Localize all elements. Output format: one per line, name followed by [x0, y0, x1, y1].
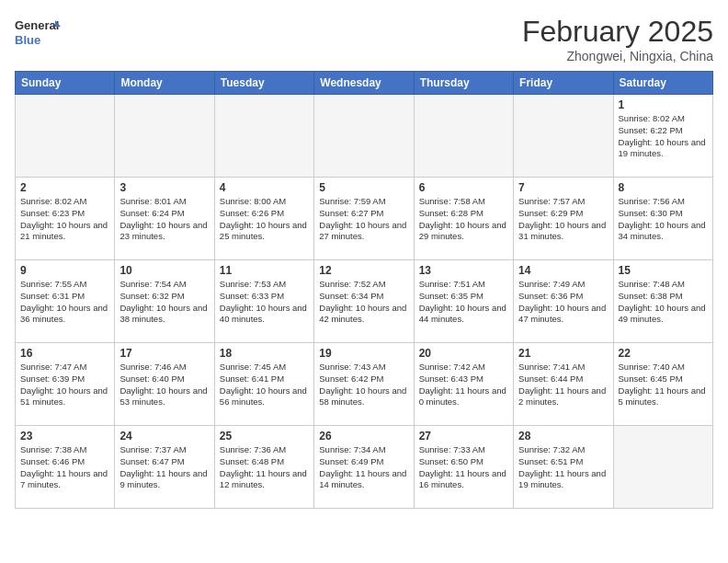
day-number: 7 [518, 181, 608, 194]
calendar-day-cell: 17Sunrise: 7:46 AM Sunset: 6:40 PM Dayli… [115, 343, 214, 426]
day-number: 26 [319, 430, 408, 442]
day-info: Sunrise: 7:55 AM Sunset: 6:31 PM Dayligh… [20, 279, 109, 326]
day-info: Sunrise: 7:57 AM Sunset: 6:29 PM Dayligh… [518, 196, 608, 243]
title-block: February 2025 Zhongwei, Ningxia, China [522, 15, 713, 63]
calendar-day-cell: 27Sunrise: 7:33 AM Sunset: 6:50 PM Dayli… [414, 426, 513, 509]
day-info: Sunrise: 7:53 AM Sunset: 6:33 PM Dayligh… [220, 279, 309, 326]
calendar-day-cell: 13Sunrise: 7:51 AM Sunset: 6:35 PM Dayli… [414, 260, 513, 343]
calendar-day-cell: 24Sunrise: 7:37 AM Sunset: 6:47 PM Dayli… [115, 426, 214, 509]
day-number: 4 [220, 181, 309, 194]
calendar-day-cell: 14Sunrise: 7:49 AM Sunset: 6:36 PM Dayli… [514, 260, 613, 343]
calendar-day-cell: 4Sunrise: 8:00 AM Sunset: 6:26 PM Daylig… [214, 178, 313, 260]
day-info: Sunrise: 7:49 AM Sunset: 6:36 PM Dayligh… [518, 279, 608, 326]
calendar-week-row: 16Sunrise: 7:47 AM Sunset: 6:39 PM Dayli… [16, 343, 713, 426]
day-info: Sunrise: 7:54 AM Sunset: 6:32 PM Dayligh… [119, 279, 209, 326]
day-number: 8 [619, 181, 708, 194]
day-info: Sunrise: 7:34 AM Sunset: 6:49 PM Dayligh… [319, 444, 408, 491]
day-info: Sunrise: 7:48 AM Sunset: 6:38 PM Dayligh… [619, 279, 708, 326]
weekday-header: Wednesday [314, 72, 414, 95]
day-info: Sunrise: 8:02 AM Sunset: 6:22 PM Dayligh… [619, 113, 708, 160]
day-info: Sunrise: 7:32 AM Sunset: 6:51 PM Dayligh… [518, 444, 608, 491]
calendar-day-cell: 5Sunrise: 7:59 AM Sunset: 6:27 PM Daylig… [314, 178, 414, 260]
day-number: 12 [319, 264, 408, 277]
day-number: 10 [119, 264, 209, 277]
day-number: 16 [20, 347, 109, 360]
calendar-day-cell [16, 95, 115, 178]
day-info: Sunrise: 7:52 AM Sunset: 6:34 PM Dayligh… [319, 279, 408, 326]
day-info: Sunrise: 8:02 AM Sunset: 6:23 PM Dayligh… [20, 196, 109, 243]
day-number: 2 [20, 181, 109, 194]
day-number: 22 [619, 347, 708, 360]
calendar-day-cell [514, 95, 613, 178]
calendar-day-cell: 21Sunrise: 7:41 AM Sunset: 6:44 PM Dayli… [514, 343, 613, 426]
day-number: 25 [220, 430, 309, 442]
weekday-header: Monday [115, 72, 214, 95]
calendar-day-cell: 20Sunrise: 7:42 AM Sunset: 6:43 PM Dayli… [414, 343, 513, 426]
calendar-day-cell [314, 95, 414, 178]
calendar-day-cell [214, 95, 313, 178]
calendar-day-cell: 9Sunrise: 7:55 AM Sunset: 6:31 PM Daylig… [16, 260, 115, 343]
day-number: 24 [119, 430, 209, 442]
day-number: 27 [419, 430, 508, 442]
day-info: Sunrise: 7:46 AM Sunset: 6:40 PM Dayligh… [119, 362, 209, 408]
calendar-day-cell: 22Sunrise: 7:40 AM Sunset: 6:45 PM Dayli… [613, 343, 712, 426]
day-number: 11 [220, 264, 309, 277]
day-info: Sunrise: 8:01 AM Sunset: 6:24 PM Dayligh… [119, 196, 209, 243]
day-number: 6 [419, 181, 508, 194]
weekday-header-row: SundayMondayTuesdayWednesdayThursdayFrid… [16, 72, 713, 95]
day-info: Sunrise: 7:58 AM Sunset: 6:28 PM Dayligh… [419, 196, 508, 243]
day-info: Sunrise: 8:00 AM Sunset: 6:26 PM Dayligh… [220, 196, 309, 243]
weekday-header: Saturday [613, 72, 712, 95]
calendar-day-cell: 18Sunrise: 7:45 AM Sunset: 6:41 PM Dayli… [214, 343, 313, 426]
month-title: February 2025 [522, 15, 713, 49]
day-number: 3 [119, 181, 209, 194]
day-number: 15 [619, 264, 708, 277]
calendar-day-cell: 1Sunrise: 8:02 AM Sunset: 6:22 PM Daylig… [613, 95, 712, 178]
day-info: Sunrise: 7:40 AM Sunset: 6:45 PM Dayligh… [619, 362, 708, 408]
day-number: 18 [220, 347, 309, 360]
day-info: Sunrise: 7:36 AM Sunset: 6:48 PM Dayligh… [220, 444, 309, 491]
day-number: 28 [518, 430, 608, 442]
day-number: 23 [20, 430, 109, 442]
day-info: Sunrise: 7:37 AM Sunset: 6:47 PM Dayligh… [119, 444, 209, 491]
weekday-header: Sunday [16, 72, 115, 95]
day-info: Sunrise: 7:45 AM Sunset: 6:41 PM Dayligh… [220, 362, 309, 408]
day-info: Sunrise: 7:33 AM Sunset: 6:50 PM Dayligh… [419, 444, 508, 491]
calendar-day-cell: 11Sunrise: 7:53 AM Sunset: 6:33 PM Dayli… [214, 260, 313, 343]
weekday-header: Tuesday [214, 72, 313, 95]
calendar-day-cell: 25Sunrise: 7:36 AM Sunset: 6:48 PM Dayli… [214, 426, 313, 509]
day-info: Sunrise: 7:41 AM Sunset: 6:44 PM Dayligh… [518, 362, 608, 408]
calendar-day-cell: 16Sunrise: 7:47 AM Sunset: 6:39 PM Dayli… [16, 343, 115, 426]
day-info: Sunrise: 7:56 AM Sunset: 6:30 PM Dayligh… [619, 196, 708, 243]
location: Zhongwei, Ningxia, China [522, 49, 713, 63]
day-number: 14 [518, 264, 608, 277]
day-info: Sunrise: 7:47 AM Sunset: 6:39 PM Dayligh… [20, 362, 109, 408]
day-number: 1 [619, 98, 708, 111]
day-number: 20 [419, 347, 508, 360]
calendar-week-row: 1Sunrise: 8:02 AM Sunset: 6:22 PM Daylig… [16, 95, 713, 178]
day-info: Sunrise: 7:51 AM Sunset: 6:35 PM Dayligh… [419, 279, 508, 326]
calendar-day-cell [414, 95, 513, 178]
calendar-day-cell: 3Sunrise: 8:01 AM Sunset: 6:24 PM Daylig… [115, 178, 214, 260]
logo-svg: General Blue [15, 15, 61, 50]
calendar-week-row: 9Sunrise: 7:55 AM Sunset: 6:31 PM Daylig… [16, 260, 713, 343]
day-number: 5 [319, 181, 408, 194]
calendar-day-cell: 26Sunrise: 7:34 AM Sunset: 6:49 PM Dayli… [314, 426, 414, 509]
day-info: Sunrise: 7:43 AM Sunset: 6:42 PM Dayligh… [319, 362, 408, 408]
calendar-day-cell: 2Sunrise: 8:02 AM Sunset: 6:23 PM Daylig… [16, 178, 115, 260]
svg-text:General: General [15, 18, 59, 32]
day-info: Sunrise: 7:59 AM Sunset: 6:27 PM Dayligh… [319, 196, 408, 243]
calendar-day-cell: 6Sunrise: 7:58 AM Sunset: 6:28 PM Daylig… [414, 178, 513, 260]
calendar-day-cell: 8Sunrise: 7:56 AM Sunset: 6:30 PM Daylig… [613, 178, 712, 260]
day-number: 13 [419, 264, 508, 277]
calendar-day-cell [115, 95, 214, 178]
day-number: 19 [319, 347, 408, 360]
calendar-day-cell: 23Sunrise: 7:38 AM Sunset: 6:46 PM Dayli… [16, 426, 115, 509]
day-number: 9 [20, 264, 109, 277]
calendar-day-cell: 10Sunrise: 7:54 AM Sunset: 6:32 PM Dayli… [115, 260, 214, 343]
calendar-day-cell: 15Sunrise: 7:48 AM Sunset: 6:38 PM Dayli… [613, 260, 712, 343]
page-header: General Blue February 2025 Zhongwei, Nin… [15, 15, 713, 63]
calendar-day-cell: 12Sunrise: 7:52 AM Sunset: 6:34 PM Dayli… [314, 260, 414, 343]
svg-text:Blue: Blue [15, 33, 40, 47]
calendar-week-row: 23Sunrise: 7:38 AM Sunset: 6:46 PM Dayli… [16, 426, 713, 509]
